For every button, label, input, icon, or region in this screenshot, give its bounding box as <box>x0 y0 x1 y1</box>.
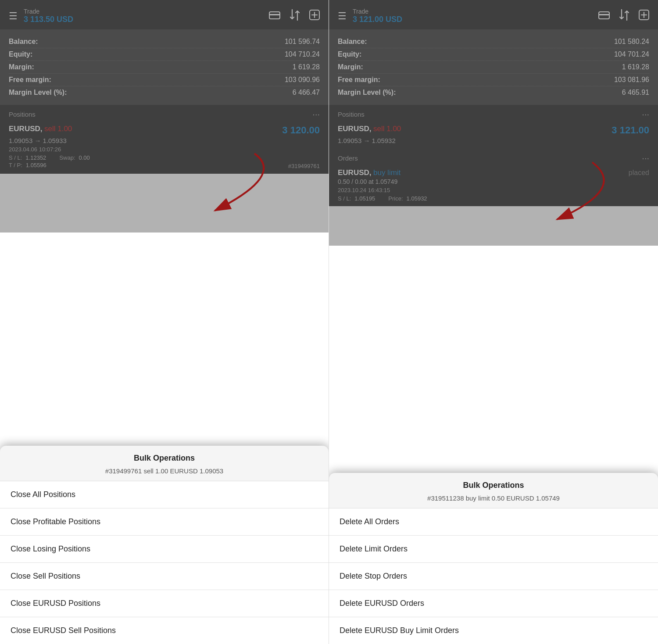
left-bulk-item-2[interactable]: Close Losing Positions <box>0 536 329 563</box>
right-bulk-title: Bulk Operations <box>329 473 658 494</box>
right-bulk-item-2[interactable]: Delete Stop Orders <box>329 563 658 590</box>
right-bulk-item-0[interactable]: Delete All Orders <box>329 508 658 536</box>
right-dim-overlay <box>329 0 658 246</box>
left-bulk-title: Bulk Operations <box>0 446 329 467</box>
right-bulk-item-3[interactable]: Delete EURUSD Orders <box>329 590 658 617</box>
left-bulk-modal: Bulk Operations #319499761 sell 1.00 EUR… <box>0 446 329 644</box>
right-bulk-subtitle: #319511238 buy limit 0.50 EURUSD 1.05749 <box>329 494 658 508</box>
right-bulk-modal: Bulk Operations #319511238 buy limit 0.5… <box>329 473 658 644</box>
left-bulk-item-1[interactable]: Close Profitable Positions <box>0 508 329 536</box>
left-panel: ☰ Trade 3 113.50 USD Balance: 101 596.74… <box>0 0 329 644</box>
left-bulk-item-4[interactable]: Close EURUSD Positions <box>0 590 329 617</box>
right-panel: ☰ Trade 3 121.00 USD Balance: 101 580.24… <box>329 0 658 644</box>
left-bulk-item-5[interactable]: Close EURUSD Sell Positions <box>0 617 329 644</box>
right-bulk-item-4[interactable]: Delete EURUSD Buy Limit Orders <box>329 617 658 644</box>
left-bulk-subtitle: #319499761 sell 1.00 EURUSD 1.09053 <box>0 467 329 481</box>
left-dim-overlay <box>0 0 329 233</box>
left-bulk-item-0[interactable]: Close All Positions <box>0 481 329 508</box>
left-bulk-item-3[interactable]: Close Sell Positions <box>0 563 329 590</box>
right-bulk-item-1[interactable]: Delete Limit Orders <box>329 536 658 563</box>
